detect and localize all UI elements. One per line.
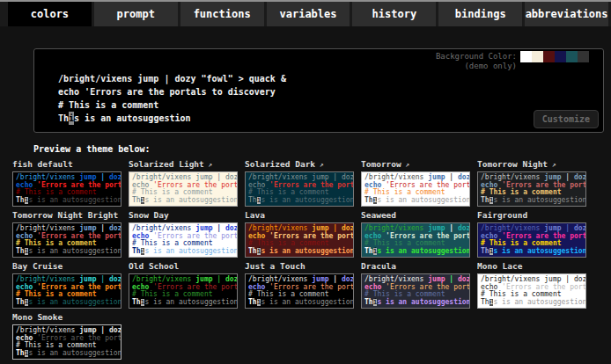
external-link-icon[interactable]: ↗ [315, 161, 324, 169]
background-color-label: Background Color: [436, 52, 517, 62]
theme-preview-terminal[interactable]: /bright/vixens jump | dozy "fowl" > quac… [477, 273, 586, 309]
theme-card-snow-day[interactable]: Snow Day/bright/vixens jump | dozy "fowl… [129, 210, 238, 258]
theme-card-solarized-light[interactable]: Solarized Light ↗/bright/vixens jump | d… [129, 159, 238, 207]
theme-grid: fish default/bright/vixens jump | dozy "… [12, 159, 611, 360]
theme-name[interactable]: Snow Day [129, 210, 238, 221]
tab-colors[interactable]: colors [8, 2, 92, 26]
theme-name[interactable]: Solarized Light ↗ [129, 159, 238, 170]
theme-card-bay-cruise[interactable]: Bay Cruise/bright/vixens jump | dozy "fo… [12, 261, 121, 309]
theme-card-seaweed[interactable]: Seaweed/bright/vixens jump | dozy "fowl"… [361, 210, 470, 258]
theme-name[interactable]: Mono Smoke [12, 312, 121, 323]
theme-card-mono-smoke[interactable]: Mono Smoke/bright/vixens jump | dozy "fo… [12, 312, 121, 360]
sample-error-line: echo 'Errors are the portals to discover… [58, 85, 286, 98]
bg-swatch-black[interactable] [589, 51, 600, 62]
theme-card-just-a-touch[interactable]: Just a Touch/bright/vixens jump | dozy "… [245, 261, 354, 309]
sample-command-line: /bright/vixens jump | dozy "fowl" > quac… [58, 72, 286, 85]
theme-name[interactable]: Fairground [477, 210, 586, 221]
terminal-sample-lines: /bright/vixens jump | dozy "fowl" > quac… [58, 72, 286, 125]
bg-swatch-teal[interactable] [566, 51, 578, 62]
color-preview-terminal: Background Color: (demo only) /bright/vi… [33, 48, 604, 133]
theme-preview-terminal[interactable]: /bright/vixens jump | dozy "fowl" > quac… [129, 273, 238, 309]
theme-name[interactable]: Solarized Dark ↗ [245, 159, 354, 170]
theme-preview-terminal[interactable]: /bright/vixens jump | dozy "fowl" > quac… [477, 171, 586, 207]
theme-preview-terminal[interactable]: /bright/vixens jump | dozy "fowl" > quac… [477, 222, 586, 258]
theme-card-old-school[interactable]: Old School/bright/vixens jump | dozy "fo… [129, 261, 238, 309]
theme-name[interactable]: Tomorrow ↗ [361, 159, 470, 170]
theme-preview-terminal[interactable]: /bright/vixens jump | dozy "fowl" > quac… [12, 222, 121, 258]
theme-preview-terminal[interactable]: /bright/vixens jump | dozy "fowl" > quac… [12, 324, 121, 360]
sample-autosuggestion-line: This is an autosuggestion [248, 197, 350, 205]
external-link-icon[interactable]: ↗ [401, 161, 410, 169]
theme-preview-terminal[interactable]: /bright/vixens jump | dozy "fowl" > quac… [245, 273, 354, 309]
theme-preview-terminal[interactable]: /bright/vixens jump | dozy "fowl" > quac… [361, 171, 470, 207]
bg-swatch-navy[interactable] [555, 51, 566, 62]
theme-name[interactable]: Old School [129, 261, 238, 272]
theme-card-tomorrow-night[interactable]: Tomorrow Night ↗/bright/vixens jump | do… [477, 159, 586, 207]
sample-comment-line: # This is a comment [58, 98, 286, 112]
tab-history[interactable]: history [352, 2, 436, 26]
theme-card-tomorrow-night-bright[interactable]: Tomorrow Night Bright ↗/bright/vixens ju… [12, 210, 121, 258]
sample-autosuggestion-line: This is an autosuggestion [364, 248, 467, 256]
sample-autosuggestion-line: This is an autosuggestion [481, 299, 583, 307]
theme-preview-terminal[interactable]: /bright/vixens jump | dozy "fowl" > quac… [361, 273, 470, 309]
theme-name[interactable]: Just a Touch [245, 261, 354, 272]
theme-name[interactable]: Lava [245, 210, 354, 221]
bg-swatch-charcoal[interactable] [578, 51, 589, 62]
theme-name[interactable]: Bay Cruise [12, 261, 121, 272]
theme-name[interactable]: Seaweed [361, 210, 470, 221]
external-link-icon[interactable]: ↗ [548, 161, 556, 169]
demo-only-label: (demo only) [436, 62, 517, 71]
theme-name[interactable]: Tomorrow Night Bright ↗ [12, 210, 121, 221]
theme-name[interactable]: Mono Lace [477, 261, 586, 272]
tab-functions[interactable]: functions [180, 2, 264, 26]
sample-autosuggestion-line: This is an autosuggestion [132, 197, 234, 205]
theme-name[interactable]: Dracula [361, 261, 470, 272]
tab-prompt[interactable]: prompt [94, 2, 178, 26]
sample-autosuggestion-line: This is an autosuggestion [16, 197, 118, 205]
external-link-icon[interactable]: ↗ [204, 161, 213, 169]
sample-autosuggestion-line: This is an autosuggestion [132, 299, 234, 307]
sample-autosuggestion-line: This is an autosuggestion [248, 299, 350, 307]
theme-card-tomorrow[interactable]: Tomorrow ↗/bright/vixens jump | dozy "fo… [361, 159, 470, 207]
fish-config-page: colorspromptfunctionsvariableshistorybin… [0, 0, 611, 364]
bg-swatch-dark-red[interactable] [543, 51, 555, 62]
background-color-picker: Background Color: (demo only) [436, 51, 600, 71]
theme-preview-terminal[interactable]: /bright/vixens jump | dozy "fowl" > quac… [361, 222, 470, 258]
theme-name[interactable]: fish default [12, 159, 121, 170]
theme-card-lava[interactable]: Lava/bright/vixens jump | dozy "fowl" > … [245, 210, 354, 258]
sample-autosuggestion-line: This is an autosuggestion [481, 248, 583, 256]
theme-card-solarized-dark[interactable]: Solarized Dark ↗/bright/vixens jump | do… [245, 159, 354, 207]
theme-preview-terminal[interactable]: /bright/vixens jump | dozy "fowl" > quac… [129, 222, 238, 258]
theme-preview-terminal[interactable]: /bright/vixens jump | dozy "fowl" > quac… [245, 222, 354, 258]
theme-card-dracula[interactable]: Dracula/bright/vixens jump | dozy "fowl"… [361, 261, 470, 309]
theme-card-mono-lace[interactable]: Mono Lace/bright/vixens jump | dozy "fow… [477, 261, 586, 309]
sample-autosuggestion-line: This is an autosuggestion [481, 197, 583, 205]
tab-bindings[interactable]: bindings [438, 2, 522, 26]
bg-swatch-white[interactable] [520, 51, 532, 62]
bg-swatch-cream[interactable] [532, 51, 543, 62]
theme-preview-terminal[interactable]: /bright/vixens jump | dozy "fowl" > quac… [129, 171, 238, 207]
theme-card-fish-default[interactable]: fish default/bright/vixens jump | dozy "… [12, 159, 121, 207]
sample-autosuggestion-line: This is an autosuggestion [248, 248, 350, 256]
sample-autosuggestion-line: This is an autosuggestion [16, 299, 118, 307]
theme-preview-terminal[interactable]: /bright/vixens jump | dozy "fowl" > quac… [245, 171, 354, 207]
background-swatches [520, 51, 600, 62]
sample-autosuggestion-line: This is an autosuggestion [364, 299, 467, 307]
section-title: Preview a theme below: [33, 144, 611, 154]
tab-variables[interactable]: variables [267, 2, 350, 26]
external-link-icon[interactable]: ↗ [118, 212, 121, 220]
tab-bar: colorspromptfunctionsvariableshistorybin… [0, 0, 611, 26]
background-color-labels: Background Color: (demo only) [436, 52, 517, 71]
customize-button[interactable]: Customize [534, 110, 599, 128]
tab-abbreviations[interactable]: abbreviations [525, 2, 608, 26]
theme-preview-terminal[interactable]: /bright/vixens jump | dozy "fowl" > quac… [12, 273, 121, 309]
sample-autosuggestion-line: This is an autosuggestion [16, 248, 118, 256]
sample-autosuggestion-line: This is an autosuggestion [58, 112, 286, 125]
sample-autosuggestion-line: This is an autosuggestion [16, 350, 118, 358]
theme-name[interactable]: Tomorrow Night ↗ [477, 159, 586, 170]
theme-card-fairground[interactable]: Fairground/bright/vixens jump | dozy "fo… [477, 210, 586, 258]
theme-preview-terminal[interactable]: /bright/vixens jump | dozy "fowl" > quac… [12, 171, 121, 207]
sample-autosuggestion-line: This is an autosuggestion [364, 197, 467, 205]
sample-autosuggestion-line: This is an autosuggestion [132, 248, 234, 256]
